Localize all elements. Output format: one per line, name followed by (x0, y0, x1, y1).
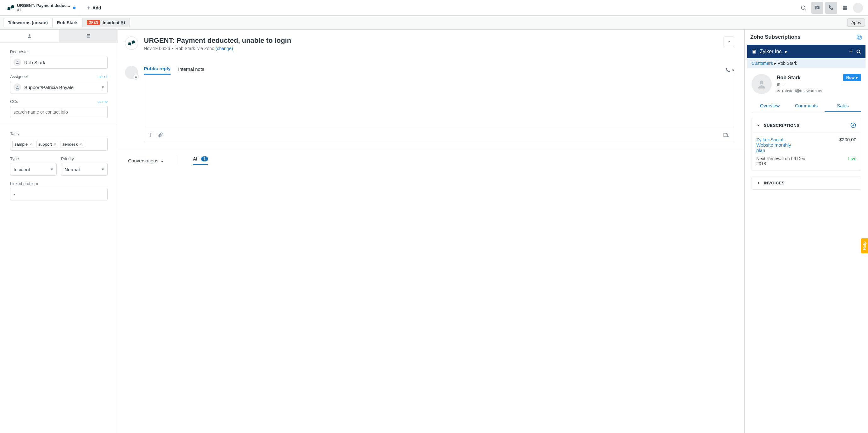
linked-problem-label: Linked problem (10, 181, 38, 186)
search-button[interactable] (798, 2, 809, 14)
svg-rect-9 (87, 37, 90, 38)
tag-item[interactable]: zendesk× (60, 141, 84, 148)
svg-rect-3 (845, 6, 847, 7)
unsaved-indicator (73, 7, 75, 9)
add-tab-button[interactable]: + Add (80, 5, 107, 11)
right-panel-title: Zoho Subscriptions (750, 34, 801, 40)
call-button[interactable] (825, 2, 837, 14)
ticket-title: URGENT: Payment deducted, unable to logi… (144, 36, 718, 45)
active-ticket-tab[interactable]: URGENT: Payment deduc... #1 (3, 0, 80, 16)
add-label: Add (93, 5, 101, 10)
add-subscription-button[interactable] (850, 122, 856, 128)
apps-button[interactable]: Apps (847, 18, 865, 27)
reply-textarea[interactable] (144, 74, 734, 128)
svg-rect-16 (753, 50, 753, 51)
subscription-status: Live (848, 156, 856, 166)
tab-subtitle: #1 (17, 8, 70, 12)
tag-item[interactable]: sample× (12, 141, 34, 148)
tags-field[interactable]: sample× support× zendesk× (10, 138, 107, 151)
sidebar-tab-user[interactable] (0, 30, 59, 42)
building-icon: 🗓 (777, 83, 781, 87)
svg-rect-4 (843, 8, 845, 10)
remove-tag-icon[interactable]: × (80, 142, 82, 147)
svg-point-18 (857, 50, 860, 53)
requester-field[interactable]: Rob Stark (10, 56, 107, 69)
macro-button[interactable] (722, 131, 730, 138)
ccs-label: CCs (10, 99, 18, 104)
ccs-input[interactable] (13, 110, 104, 115)
sidebar-tab-ticket[interactable] (59, 30, 118, 42)
caret-right-icon: ▸ (774, 61, 778, 66)
remove-tag-icon[interactable]: × (54, 142, 56, 147)
customer-name: Rob Stark (777, 75, 801, 81)
incident-label: Incident #1 (102, 20, 126, 25)
take-it-link[interactable]: take it (98, 74, 107, 79)
remove-tag-icon[interactable]: × (30, 142, 32, 147)
conversations-dropdown[interactable]: Conversations ⌄ (128, 158, 164, 163)
chevron-down-icon: ▾ (51, 166, 53, 172)
priority-dropdown[interactable]: Normal ▾ (61, 163, 107, 176)
search-company-button[interactable] (856, 49, 861, 54)
building-icon (751, 49, 756, 54)
agent-badge-icon (133, 74, 139, 80)
linked-problem-field[interactable]: - (10, 188, 107, 200)
svg-rect-15 (752, 50, 755, 54)
breadcrumb-org[interactable]: Teleworms (create) (3, 18, 53, 27)
svg-rect-2 (843, 6, 845, 7)
svg-line-1 (805, 9, 806, 10)
chevron-down-icon: ▾ (102, 166, 104, 172)
type-dropdown[interactable]: Incident ▾ (10, 163, 57, 176)
type-value: Incident (13, 167, 30, 172)
subscription-link[interactable]: Zylker Social-Website monthly plan (756, 137, 800, 153)
ticket-meta: Nov 19 06:26•Rob Stark via Zoho (change) (144, 46, 718, 51)
app-logo-icon (7, 5, 14, 11)
zoho-company-header[interactable]: Zylker Inc. ▸ + (747, 45, 866, 58)
caret-right-icon: ▸ (785, 49, 787, 55)
tab-comments[interactable]: Comments (788, 100, 825, 112)
tab-internal-note[interactable]: Internal note (178, 66, 204, 74)
tag-item[interactable]: support× (36, 141, 59, 148)
apps-grid-button[interactable] (839, 2, 851, 14)
svg-rect-7 (87, 34, 90, 35)
chevron-down-icon (756, 123, 761, 127)
chat-button[interactable] (811, 2, 823, 14)
breadcrumb-ticket[interactable]: OPEN Incident #1 (83, 18, 130, 27)
expand-icon[interactable] (856, 34, 862, 40)
requester-value: Rob Stark (24, 60, 45, 65)
priority-label: Priority (61, 156, 74, 161)
assignee-value: Support/Patricia Boyale (24, 85, 74, 90)
renewal-date: Next Renewal on 06 Dec 2018 (756, 156, 813, 166)
svg-point-0 (801, 6, 805, 9)
svg-rect-5 (845, 8, 847, 10)
chevron-down-icon: ▾ (102, 84, 104, 90)
subscriptions-section-toggle[interactable]: SUBSCRIPTIONS (752, 118, 861, 132)
zoho-breadcrumb: Customers ▸ Rob Stark (747, 58, 866, 68)
user-avatar[interactable] (853, 3, 863, 13)
svg-point-12 (135, 76, 136, 77)
svg-point-10 (17, 61, 18, 62)
ccs-field[interactable] (10, 106, 107, 118)
add-company-button[interactable]: + (849, 48, 853, 55)
breadcrumb-user[interactable]: Rob Stark (53, 18, 83, 27)
conversations-filter-all[interactable]: All 1 (193, 156, 208, 161)
ticket-options-button[interactable] (723, 36, 734, 47)
invoices-section-toggle[interactable]: INVOICES (752, 177, 861, 189)
cc-me-link[interactable]: cc me (98, 99, 107, 104)
call-channel-button[interactable]: ▾ (725, 67, 734, 73)
priority-value: Normal (64, 167, 80, 172)
agent-avatar (125, 66, 138, 79)
help-tab[interactable]: Help (861, 238, 868, 253)
text-format-button[interactable]: T (149, 132, 152, 138)
type-label: Type (10, 156, 19, 161)
tab-public-reply[interactable]: Public reply (144, 66, 170, 74)
assignee-dropdown[interactable]: Support/Patricia Boyale ▾ (10, 81, 107, 93)
person-icon (13, 59, 21, 66)
change-link[interactable]: (change) (216, 46, 233, 51)
tab-sales[interactable]: Sales (825, 100, 861, 112)
attachment-button[interactable] (158, 132, 163, 138)
requester-label: Requester (10, 50, 29, 54)
tags-label: Tags (10, 131, 19, 136)
customers-link[interactable]: Customers (751, 61, 773, 66)
tab-overview[interactable]: Overview (751, 100, 788, 112)
new-button[interactable]: New ▾ (843, 74, 861, 81)
